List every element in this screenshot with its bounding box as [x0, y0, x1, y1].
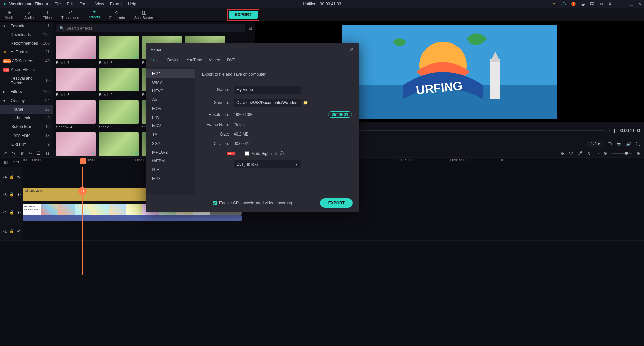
save-icon[interactable]: 🖫 — [590, 2, 594, 6]
marker-icon[interactable]: ▭ — [595, 151, 599, 156]
effect-card[interactable]: ⬇ — [56, 132, 96, 157]
playhead-marker[interactable] — [80, 158, 86, 164]
preset-select[interactable]: 15s(TikTok) ▾ — [234, 160, 301, 168]
tab-elements[interactable]: ◇Elements — [105, 8, 130, 21]
settings-button[interactable]: SETTINGS — [328, 111, 352, 118]
zoom-in-icon[interactable]: ⊕ — [637, 151, 640, 156]
eye-icon[interactable]: 👁 — [17, 175, 21, 179]
menu-file[interactable]: File — [54, 2, 61, 6]
eye-icon[interactable]: 👁 — [17, 210, 21, 215]
format-3gp[interactable]: 3GP — [146, 139, 195, 148]
search-input[interactable] — [66, 26, 242, 31]
minimize-icon[interactable]: ─ — [622, 2, 625, 6]
sidebar-light-leak[interactable]: Light Leak8 — [0, 114, 53, 122]
ruler-mode-icon[interactable]: ▥ — [4, 160, 8, 164]
effect-card[interactable]: ⬇ — [99, 132, 139, 157]
sidebar-filters[interactable]: ▸Filters160 — [0, 87, 53, 96]
close-window-icon[interactable]: ✕ — [638, 2, 641, 6]
monitor-icon[interactable]: 🖵 — [608, 142, 612, 146]
eye-icon[interactable]: 👁 — [17, 229, 21, 233]
bracket-right-icon[interactable]: } — [614, 128, 615, 133]
effect-card[interactable]: ⬇Bokeh 2 — [99, 68, 139, 97]
adjust-icon[interactable]: ☰ — [37, 151, 41, 156]
menu-export[interactable]: Export — [110, 2, 122, 6]
sidebar-ai-portrait[interactable]: ♛AI Portrait21 — [0, 48, 53, 56]
gift-icon[interactable]: 🎁 — [571, 2, 576, 6]
lock-icon[interactable]: 🔓 — [9, 229, 14, 233]
sidebar-recommended[interactable]: Recommended100 — [0, 39, 53, 48]
auto-highlight-checkbox[interactable] — [245, 151, 249, 156]
audio-wave-icon[interactable]: ⫾⫾ — [45, 151, 49, 156]
effect-card[interactable]: ⬇Bokeh 3 — [56, 68, 96, 97]
menu-tools[interactable]: Tools — [80, 2, 89, 6]
export-confirm-button[interactable]: EXPORT — [320, 198, 353, 208]
search-box[interactable]: 🔍 — [56, 24, 245, 32]
track-toggle-icon[interactable]: ▪2 — [3, 210, 7, 215]
format-mp4[interactable]: MP4 — [146, 69, 195, 78]
format-f4v[interactable]: F4V — [146, 113, 195, 122]
sidebar-lens-flare[interactable]: Lens Flare13 — [0, 131, 53, 140]
maximize-icon[interactable]: ▢ — [630, 2, 633, 6]
sidebar-ar-stickers[interactable]: NewAR Stickers40 — [0, 56, 53, 65]
format-webm[interactable]: WEBM — [146, 157, 195, 165]
clip-audio[interactable] — [23, 215, 242, 221]
browse-folder-icon[interactable]: 📁 — [303, 100, 308, 105]
gpu-checkbox-row[interactable]: Enable GPU accelerated video encoding. — [213, 201, 293, 205]
account-icon[interactable]: ◒ — [581, 2, 585, 6]
fullscreen-icon[interactable]: ⛶ — [636, 142, 640, 146]
mail-icon[interactable]: ✉ — [600, 2, 603, 6]
effect-card[interactable]: ⬇Bokeh 7 — [56, 36, 96, 65]
bracket-left-icon[interactable]: { — [609, 128, 611, 133]
tab-vimeo[interactable]: Vimeo — [209, 56, 221, 64]
info-icon[interactable]: ⓘ — [280, 151, 284, 156]
tab-transitions[interactable]: ⇄Transitions — [57, 8, 84, 21]
sidebar-favorites[interactable]: ♥Favorites1 — [0, 22, 53, 30]
menu-edit[interactable]: Edit — [67, 2, 74, 6]
menu-help[interactable]: Help — [128, 2, 136, 6]
tab-local[interactable]: Local — [151, 56, 161, 64]
playhead[interactable]: ✂ — [82, 167, 83, 275]
mic-icon[interactable]: 🎤 — [578, 151, 583, 156]
download-icon[interactable]: ⬇ — [608, 2, 612, 6]
sidebar-frame[interactable]: Frame26 — [0, 105, 53, 114]
track-toggle-icon[interactable]: ▪1 — [3, 229, 7, 233]
lock-icon[interactable]: 🔓 — [9, 192, 14, 197]
redo-icon[interactable]: ↷ — [12, 151, 15, 156]
menu-view[interactable]: View — [95, 2, 104, 6]
volume-icon[interactable]: 🔊 — [626, 142, 631, 146]
name-input[interactable] — [234, 86, 301, 94]
format-hevc[interactable]: HEVC — [146, 87, 195, 95]
eye-icon[interactable]: 👁 — [17, 193, 21, 197]
sidebar-old-film[interactable]: Old Film9 — [0, 140, 53, 149]
split-scissors-icon[interactable]: ✂ — [78, 187, 87, 195]
format-avi[interactable]: AVI — [146, 95, 195, 104]
tab-effects[interactable]: ✦Effects — [84, 8, 104, 21]
tab-titles[interactable]: TTitles — [38, 8, 57, 21]
zoom-out-icon[interactable]: ⊖ — [604, 151, 607, 156]
sidebar-overlay[interactable]: ▾Overlay94 — [0, 96, 53, 105]
gpu-checkbox[interactable] — [213, 201, 217, 205]
lock-icon[interactable]: 🔓 — [9, 175, 14, 179]
tips-icon[interactable]: ✦ — [552, 2, 556, 6]
format-mkv[interactable]: MKV — [146, 122, 195, 130]
sidebar-audio-effects[interactable]: HotAudio Effects5 — [0, 65, 53, 74]
format-mov[interactable]: MOV — [146, 104, 195, 113]
saveto-input[interactable] — [234, 99, 301, 107]
grid-view-icon[interactable]: ▦ — [249, 26, 252, 31]
delete-icon[interactable]: 🗑 — [20, 151, 24, 156]
undo-icon[interactable]: ↶ — [4, 151, 7, 156]
sidebar-bokeh-blur[interactable]: Bokeh Blur10 — [0, 122, 53, 131]
music-note-icon[interactable]: ♫ — [587, 151, 590, 156]
playback-speed[interactable]: 1/2 ▾ — [587, 141, 603, 147]
sidebar-downloads[interactable]: Downloads125 — [0, 30, 53, 39]
lock-icon[interactable]: 🔓 — [9, 210, 14, 215]
tab-dvd[interactable]: DVD — [227, 56, 235, 64]
settings-gear-icon[interactable]: ⚙ — [561, 151, 564, 156]
format-ts[interactable]: TS — [146, 130, 195, 139]
track-toggle-icon[interactable]: ▪4 — [3, 175, 7, 179]
sidebar-festival[interactable]: Festival and Events10 — [0, 74, 53, 87]
cut-icon[interactable]: ✂ — [29, 151, 32, 156]
shield-icon[interactable]: 🛡 — [569, 151, 573, 156]
track-toggle-icon[interactable]: ▪3 — [3, 193, 7, 197]
snapshot-icon[interactable]: 📷 — [616, 142, 621, 146]
